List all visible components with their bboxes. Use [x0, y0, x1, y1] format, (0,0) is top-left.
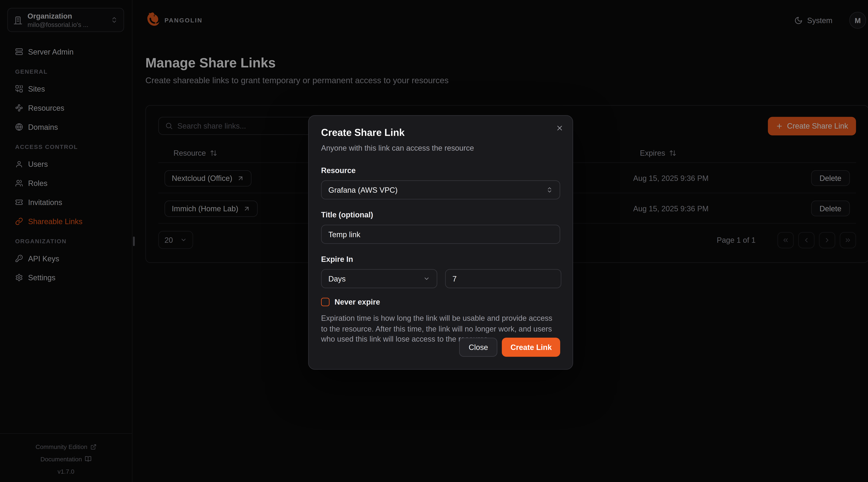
resource-select-value: Grafana (AWS VPC)	[329, 186, 398, 194]
modal-actions: Close Create Link	[459, 338, 560, 357]
expire-unit-value: Days	[329, 275, 346, 283]
resource-field-label: Resource	[321, 166, 560, 175]
chevron-down-icon	[423, 275, 430, 282]
chevrons-up-down-icon	[546, 187, 553, 193]
modal-title: Create Share Link	[321, 127, 560, 139]
resource-select[interactable]: Grafana (AWS VPC)	[321, 180, 560, 199]
app-root: Organization milo@fossorial.io's ... Ser…	[0, 0, 868, 482]
create-share-link-modal: Create Share Link Anyone with this link …	[308, 115, 573, 370]
modal-create-link-button[interactable]: Create Link	[502, 338, 560, 357]
expire-field-label: Expire In	[321, 255, 560, 264]
expire-unit-select[interactable]: Days	[321, 269, 437, 288]
never-expire-label: Never expire	[335, 298, 380, 306]
expire-value-input[interactable]	[453, 275, 554, 283]
expire-row: Days	[321, 264, 560, 288]
title-field-label: Title (optional)	[321, 211, 560, 220]
expire-value-wrap	[445, 269, 561, 288]
modal-subtitle: Anyone with this link can access the res…	[321, 144, 560, 153]
never-expire-checkbox[interactable]	[321, 298, 330, 306]
close-icon[interactable]	[556, 124, 563, 132]
title-input[interactable]	[329, 230, 553, 238]
modal-close-button[interactable]: Close	[459, 338, 498, 357]
never-expire-row: Never expire	[321, 298, 560, 306]
title-input-wrap	[321, 225, 560, 244]
